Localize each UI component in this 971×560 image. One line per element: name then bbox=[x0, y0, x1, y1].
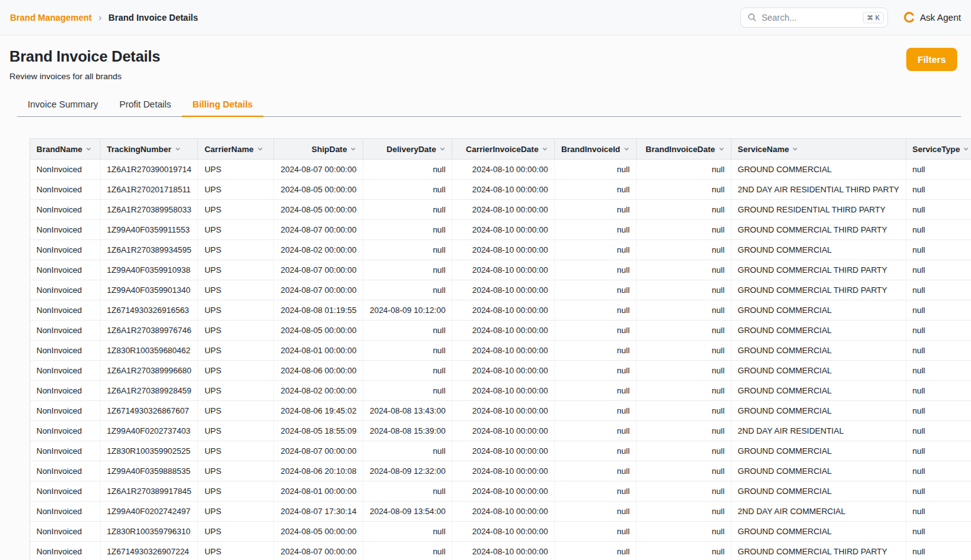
table-row: NonInvoiced1Z6714930326867607UPS2024-08-… bbox=[30, 401, 971, 421]
cell-servicename: 2ND DAY AIR COMMERCIAL bbox=[732, 502, 906, 522]
cell-servicetype: null bbox=[906, 522, 971, 542]
cell-servicetype: null bbox=[906, 300, 971, 321]
cell-brandinvoicedate: null bbox=[637, 180, 732, 200]
cell-trackingnumber: 1Z99A40F0359911553 bbox=[101, 220, 198, 240]
cell-shipdate: 2024-08-07 00:00:00 bbox=[274, 441, 363, 461]
cell-deliverydate: null bbox=[363, 481, 453, 502]
cell-brandinvoicedate: null bbox=[637, 401, 732, 421]
table-row: NonInvoiced1Z6A1R270389996680UPS2024-08-… bbox=[30, 361, 971, 381]
column-label: BrandName bbox=[36, 145, 82, 154]
cell-brandinvoicedate: null bbox=[637, 542, 732, 560]
cell-carriername: UPS bbox=[198, 401, 274, 421]
top-navigation-bar: Brand Management › Brand Invoice Details… bbox=[0, 0, 971, 35]
table-row: NonInvoiced1Z99A40F0202742497UPS2024-08-… bbox=[30, 502, 971, 522]
search-input[interactable] bbox=[762, 13, 859, 23]
cell-carriername: UPS bbox=[198, 421, 274, 441]
cell-brandinvoiceid: null bbox=[555, 260, 637, 280]
column-header-brandname[interactable]: BrandName bbox=[30, 138, 101, 160]
agent-logo-icon bbox=[903, 11, 915, 23]
cell-carriername: UPS bbox=[198, 441, 274, 461]
column-header-shipdate[interactable]: ShipDate bbox=[274, 138, 363, 160]
cell-brandinvoiceid: null bbox=[555, 381, 637, 401]
cell-carrierinvoicedate: 2024-08-10 00:00:00 bbox=[453, 200, 555, 220]
sort-chevron-icon bbox=[439, 146, 446, 152]
cell-carrierinvoicedate: 2024-08-10 00:00:00 bbox=[453, 220, 555, 240]
column-header-carriername[interactable]: CarrierName bbox=[198, 138, 274, 160]
column-label: ServiceType bbox=[913, 145, 960, 154]
column-label: ServiceName bbox=[738, 145, 789, 154]
cell-deliverydate: 2024-08-09 13:54:00 bbox=[363, 502, 453, 522]
cell-servicename: GROUND COMMERCIAL bbox=[732, 361, 906, 381]
cell-servicetype: null bbox=[906, 401, 971, 421]
page-header-text: Brand Invoice Details Review invoices fo… bbox=[9, 48, 160, 81]
column-label: BrandInvoiceDate bbox=[645, 145, 715, 154]
cell-brandinvoicedate: null bbox=[637, 461, 732, 481]
cell-servicetype: null bbox=[906, 280, 971, 300]
column-header-servicename[interactable]: ServiceName bbox=[732, 138, 906, 160]
cell-carriername: UPS bbox=[198, 260, 274, 280]
table-row: NonInvoiced1Z6714930326916563UPS2024-08-… bbox=[30, 300, 971, 321]
cell-shipdate: 2024-08-07 00:00:00 bbox=[274, 220, 363, 240]
column-header-deliverydate[interactable]: DeliveryDate bbox=[363, 138, 453, 160]
cell-servicetype: null bbox=[906, 461, 971, 481]
table-row: NonInvoiced1Z6A1R270390019714UPS2024-08-… bbox=[30, 160, 971, 180]
cell-servicename: GROUND COMMERCIAL bbox=[732, 481, 906, 502]
cell-deliverydate: 2024-08-09 12:32:00 bbox=[363, 461, 453, 481]
cell-deliverydate: null bbox=[363, 180, 453, 200]
cell-brandinvoicedate: null bbox=[637, 441, 732, 461]
tab-invoice-summary[interactable]: Invoice Summary bbox=[17, 92, 109, 116]
cell-brandinvoicedate: null bbox=[637, 260, 732, 280]
cell-carrierinvoicedate: 2024-08-10 00:00:00 bbox=[453, 160, 555, 180]
column-header-brandinvoiceid[interactable]: BrandInvoiceId bbox=[555, 138, 637, 160]
cell-brandinvoiceid: null bbox=[555, 461, 637, 481]
cell-trackingnumber: 1Z6A1R270389958033 bbox=[101, 200, 198, 220]
cell-brandname: NonInvoiced bbox=[30, 441, 101, 461]
column-label: DeliveryDate bbox=[387, 145, 436, 154]
cell-brandinvoicedate: null bbox=[637, 481, 732, 502]
filters-button[interactable]: Filters bbox=[906, 48, 957, 71]
cell-brandinvoiceid: null bbox=[555, 502, 637, 522]
cell-brandinvoiceid: null bbox=[555, 300, 637, 321]
ask-agent-button[interactable]: Ask Agent bbox=[903, 11, 961, 23]
cell-brandinvoicedate: null bbox=[637, 300, 732, 321]
cell-servicename: GROUND COMMERCIAL THIRD PARTY bbox=[732, 260, 906, 280]
sort-chevron-icon bbox=[257, 146, 263, 152]
cell-carrierinvoicedate: 2024-08-10 00:00:00 bbox=[453, 321, 555, 341]
table-row: NonInvoiced1Z830R100359796310UPS2024-08-… bbox=[30, 522, 971, 542]
breadcrumb-brand-management[interactable]: Brand Management bbox=[10, 13, 92, 23]
breadcrumb-current-page: Brand Invoice Details bbox=[109, 13, 198, 23]
cell-carrierinvoicedate: 2024-08-10 00:00:00 bbox=[453, 522, 555, 542]
cell-carriername: UPS bbox=[198, 542, 274, 560]
cell-carriername: UPS bbox=[198, 240, 274, 260]
cell-deliverydate: null bbox=[363, 381, 453, 401]
cell-servicename: GROUND COMMERCIAL bbox=[732, 341, 906, 361]
column-header-carrierinvoicedate[interactable]: CarrierInvoiceDate bbox=[453, 138, 555, 160]
tab-bar: Invoice SummaryProfit DetailsBilling Det… bbox=[17, 92, 961, 117]
cell-carrierinvoicedate: 2024-08-10 00:00:00 bbox=[453, 381, 555, 401]
cell-trackingnumber: 1Z6A1R270389928459 bbox=[101, 381, 198, 401]
cell-servicename: GROUND COMMERCIAL THIRD PARTY bbox=[732, 542, 906, 560]
sort-chevron-icon bbox=[792, 146, 798, 152]
tab-profit-details[interactable]: Profit Details bbox=[109, 92, 182, 116]
cell-carriername: UPS bbox=[198, 341, 274, 361]
cell-carrierinvoicedate: 2024-08-10 00:00:00 bbox=[453, 481, 555, 502]
cell-brandname: NonInvoiced bbox=[30, 240, 101, 260]
column-header-servicetype[interactable]: ServiceType bbox=[906, 138, 971, 160]
cell-shipdate: 2024-08-05 18:55:09 bbox=[274, 421, 363, 441]
column-header-trackingnumber[interactable]: TrackingNumber bbox=[101, 138, 198, 160]
cell-brandinvoiceid: null bbox=[555, 220, 637, 240]
search-box[interactable]: ⌘ K bbox=[740, 8, 888, 28]
column-header-brandinvoicedate[interactable]: BrandInvoiceDate bbox=[637, 138, 732, 160]
cell-carriername: UPS bbox=[198, 300, 274, 321]
sort-chevron-icon bbox=[350, 146, 356, 152]
cell-shipdate: 2024-08-08 01:19:55 bbox=[274, 300, 363, 321]
cell-servicetype: null bbox=[906, 441, 971, 461]
sort-chevron-icon bbox=[963, 146, 969, 152]
cell-carriername: UPS bbox=[198, 361, 274, 381]
tab-billing-details[interactable]: Billing Details bbox=[182, 92, 263, 116]
cell-carriername: UPS bbox=[198, 160, 274, 180]
cell-carriername: UPS bbox=[198, 180, 274, 200]
cell-servicename: GROUND COMMERCIAL bbox=[732, 300, 906, 321]
cell-trackingnumber: 1Z6714930326867607 bbox=[101, 401, 198, 421]
cell-carrierinvoicedate: 2024-08-10 00:00:00 bbox=[453, 461, 555, 481]
